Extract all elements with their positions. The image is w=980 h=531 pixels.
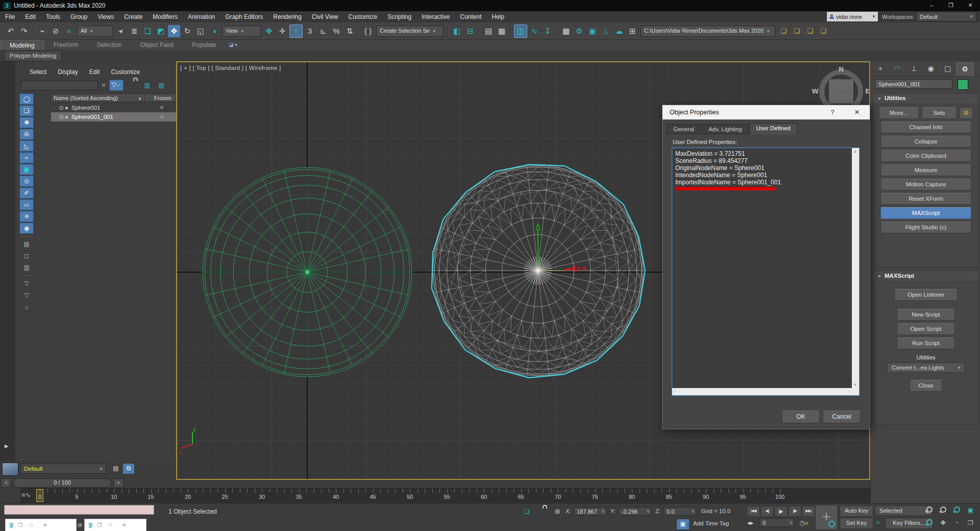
- add-time-tag-text[interactable]: Add Time Tag: [693, 520, 729, 526]
- scene-object-row[interactable]: ┄⊙●Sphere001_001✲: [51, 112, 176, 122]
- ribbon-tab-selection[interactable]: Selection: [87, 40, 131, 50]
- reference-coordinate-system-dropdown[interactable]: View▼: [222, 26, 261, 37]
- toggle-layer-explorer-icon[interactable]: ▤: [482, 25, 495, 37]
- dialog-tab-general[interactable]: General: [667, 124, 701, 134]
- scroll-up-icon[interactable]: ▲: [852, 149, 859, 154]
- visibility-eye-icon[interactable]: ⊙: [59, 114, 64, 120]
- dope-sheet-icon[interactable]: ↧: [542, 25, 554, 37]
- pan-hand-icon[interactable]: ✥: [937, 518, 949, 529]
- folder-settings-icon[interactable]: ❏: [777, 25, 790, 37]
- display-lights-icon[interactable]: ✺: [19, 117, 34, 128]
- selection-filter-dropdown[interactable]: All▼: [77, 26, 113, 37]
- align-icon[interactable]: ⊟: [464, 25, 476, 37]
- display-tab[interactable]: ▢: [939, 62, 956, 76]
- viewport-label[interactable]: [ + ] [ Top ] [ Standard ] [ Wireframe ]: [180, 65, 281, 71]
- display-groups-icon[interactable]: ▣: [19, 164, 34, 175]
- restore-icon[interactable]: ❐: [18, 522, 22, 528]
- maxscript-button[interactable]: MAXScript: [880, 207, 971, 219]
- utilities-tab-wrench[interactable]: ⚙: [956, 62, 974, 76]
- time-slider-marker[interactable]: [36, 489, 43, 502]
- menu-content[interactable]: Content: [455, 11, 486, 22]
- ribbon-tab-freeform[interactable]: Freeform: [44, 40, 88, 50]
- zoom-icon[interactable]: [937, 505, 949, 516]
- collapse-button[interactable]: Collapse: [880, 136, 971, 148]
- select-and-rotate-icon[interactable]: ↻: [181, 25, 193, 37]
- taskbar-window-1[interactable]: 3 ❐ □ ✕: [5, 519, 77, 531]
- object-name-field[interactable]: Sphere001_001: [875, 79, 952, 89]
- unlink-selection-icon[interactable]: ⊘: [50, 25, 62, 37]
- time-tag-cube-icon[interactable]: ▣: [677, 519, 689, 529]
- clear-search-icon[interactable]: ✕: [101, 82, 106, 89]
- select-and-place-icon[interactable]: ◑: [208, 25, 220, 37]
- x-coord-field[interactable]: 187.867⇅: [574, 507, 606, 516]
- mirror-icon[interactable]: ◧: [451, 25, 463, 37]
- spinner-snap-toggle-icon[interactable]: ⇅: [344, 25, 356, 37]
- new-script-button[interactable]: New Script: [897, 309, 955, 321]
- display-hidden-icon[interactable]: ◉: [19, 223, 34, 234]
- measure-button[interactable]: Measure: [880, 164, 971, 176]
- motion-capture-button[interactable]: Motion Capture: [880, 179, 971, 190]
- time-prev-button[interactable]: <: [1, 478, 11, 488]
- scene-object-row[interactable]: ┄⊙●Sphere001✲: [51, 103, 176, 112]
- run-script-button[interactable]: Run Script: [897, 337, 955, 349]
- go-to-start-icon[interactable]: |◀◀: [747, 506, 760, 517]
- select-and-link-icon[interactable]: ⌁: [36, 25, 48, 37]
- maximize-icon[interactable]: □: [109, 522, 112, 528]
- go-to-end-icon[interactable]: ▶▶|: [802, 506, 815, 517]
- explorer-search-input[interactable]: [20, 80, 98, 90]
- zoom-extents-icon[interactable]: ▣: [964, 505, 977, 516]
- more-button[interactable]: More...: [879, 107, 919, 119]
- crossing-selection-icon[interactable]: ◩: [155, 25, 167, 37]
- maximize-viewport-toggle-icon[interactable]: ❒: [964, 518, 977, 529]
- selection-filter-icon[interactable]: ▽↙: [109, 80, 124, 91]
- menu-file[interactable]: File: [0, 11, 20, 22]
- restore-button[interactable]: ❐: [941, 0, 961, 11]
- menu-group[interactable]: Group: [65, 11, 92, 22]
- horizontal-scrollbar[interactable]: ‹ ›: [672, 388, 852, 395]
- menu-graph-editors[interactable]: Graph Editors: [220, 11, 268, 22]
- ribbon-tab-modeling[interactable]: Modeling: [0, 40, 44, 50]
- scene-explorer-toggle-icon[interactable]: ⧉: [123, 464, 134, 474]
- named-selection-sets-icon[interactable]: { }: [362, 25, 374, 37]
- modify-tab[interactable]: ◠: [889, 62, 905, 76]
- add-column-icon[interactable]: ▤: [156, 81, 166, 90]
- display-spacewarps-icon[interactable]: ≈: [19, 152, 34, 163]
- field-of-view-icon[interactable]: [923, 518, 936, 529]
- display-cameras-icon[interactable]: ✇: [19, 129, 34, 140]
- ribbon-tab-object-paint[interactable]: Object Paint: [131, 40, 183, 50]
- frame-step-icon[interactable]: ◀▶: [746, 518, 755, 528]
- folder-options-icon[interactable]: ❏: [817, 25, 829, 37]
- select-and-scale-icon[interactable]: ◱: [194, 25, 207, 37]
- folder-new-icon[interactable]: ❏: [791, 25, 803, 37]
- object-color-swatch[interactable]: [958, 79, 968, 90]
- select-by-name-icon[interactable]: ≣: [128, 25, 140, 37]
- toggle-scene-explorer-icon[interactable]: ◫: [514, 25, 527, 38]
- menu-create[interactable]: Create: [119, 11, 148, 22]
- flight-studio-c--button[interactable]: Flight Studio (c): [880, 222, 971, 233]
- explorer-menu-edit[interactable]: Edit: [89, 68, 100, 76]
- motion-tab[interactable]: ◉: [922, 62, 939, 76]
- configure-button-sets-icon[interactable]: ⚙: [960, 107, 973, 119]
- utilities-rollout-header[interactable]: ▼Utilities ⁙: [873, 93, 978, 104]
- select-none-icon[interactable]: ◻: [19, 250, 34, 261]
- column-chooser-icon[interactable]: ▥: [142, 81, 152, 90]
- rendered-frame-window-icon[interactable]: ▣: [586, 25, 599, 37]
- ok-button[interactable]: OK: [782, 411, 820, 423]
- ribbon-tab-populate[interactable]: Populate: [183, 40, 225, 50]
- dialog-tab-adv-lighting[interactable]: Adv. Lighting: [702, 124, 749, 134]
- play-icon[interactable]: ▶: [774, 506, 788, 517]
- maximize-icon[interactable]: □: [30, 522, 33, 528]
- menu-rendering[interactable]: Rendering: [268, 11, 306, 22]
- angle-snap-toggle-icon[interactable]: ⊾: [317, 25, 329, 37]
- undo-icon[interactable]: ↶: [5, 25, 17, 37]
- redo-icon[interactable]: ↷: [18, 25, 30, 37]
- material-editor-icon[interactable]: ▩: [560, 25, 572, 37]
- isolate-selection-icon[interactable]: ❏: [521, 507, 533, 517]
- hierarchy-tab[interactable]: ⊥: [905, 62, 922, 76]
- use-pivot-point-center-icon[interactable]: ✥: [263, 25, 275, 37]
- rectangular-selection-region-icon[interactable]: ❏: [141, 25, 154, 37]
- menu-tools[interactable]: Tools: [41, 11, 65, 22]
- menu-animation[interactable]: Animation: [183, 11, 220, 22]
- scroll-right-icon[interactable]: ›: [848, 389, 850, 394]
- zoom-all-icon[interactable]: [950, 505, 963, 516]
